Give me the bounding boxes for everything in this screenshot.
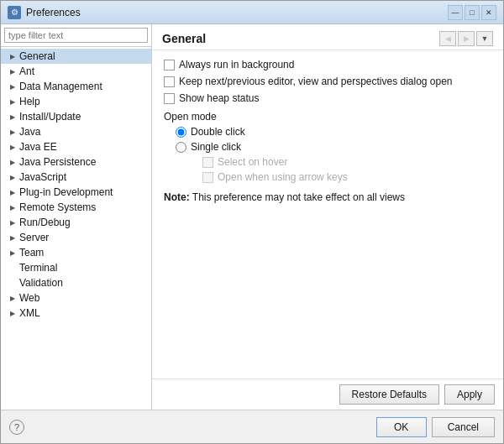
sidebar-item-terminal[interactable]: Terminal bbox=[1, 260, 151, 275]
double-click-radio[interactable] bbox=[176, 127, 186, 138]
sidebar-item-team[interactable]: ▶ Team bbox=[1, 245, 151, 260]
cancel-button[interactable]: Cancel bbox=[432, 417, 495, 437]
sidebar-item-label: Team bbox=[19, 247, 44, 259]
sidebar-item-label: General bbox=[19, 50, 55, 62]
titlebar-left: ⚙ Preferences bbox=[8, 6, 81, 19]
double-click-label[interactable]: Double click bbox=[176, 126, 491, 138]
content-area: ▶ General ▶ Ant ▶ Data Management ▶ Help… bbox=[1, 24, 503, 410]
forward-button[interactable]: ▶ bbox=[458, 31, 475, 46]
sidebar-item-general[interactable]: ▶ General bbox=[1, 49, 151, 64]
sidebar-item-remote-systems[interactable]: ▶ Remote Systems bbox=[1, 200, 151, 215]
always-run-label[interactable]: Always run in background bbox=[164, 59, 294, 71]
open-arrow-checkbox[interactable] bbox=[202, 172, 213, 183]
open-mode-group: Double click Single click Select on hove… bbox=[176, 126, 491, 183]
titlebar: ⚙ Preferences — □ ✕ bbox=[1, 1, 503, 24]
tree-list: ▶ General ▶ Ant ▶ Data Management ▶ Help… bbox=[1, 47, 151, 410]
select-hover-text: Select on hover bbox=[218, 156, 287, 168]
sidebar-item-java-persistence[interactable]: ▶ Java Persistence bbox=[1, 154, 151, 170]
select-hover-row: Select on hover bbox=[202, 156, 491, 168]
apply-button[interactable]: Apply bbox=[444, 384, 495, 405]
single-click-text: Single click bbox=[191, 141, 241, 153]
sidebar-item-ant[interactable]: ▶ Ant bbox=[1, 64, 151, 79]
sidebar-item-label: Web bbox=[19, 292, 39, 304]
titlebar-controls: — □ ✕ bbox=[448, 5, 496, 20]
sidebar-item-javascript[interactable]: ▶ JavaScript bbox=[1, 170, 151, 185]
sidebar-item-label: Java bbox=[19, 126, 40, 138]
maximize-button[interactable]: □ bbox=[465, 5, 480, 20]
sidebar-item-label: Run/Debug bbox=[19, 217, 71, 228]
sidebar-item-label: XML bbox=[19, 307, 40, 319]
single-click-label[interactable]: Single click bbox=[176, 141, 491, 153]
show-heap-label[interactable]: Show heap status bbox=[164, 92, 259, 104]
tree-arrow-icon: ▶ bbox=[8, 172, 18, 182]
sidebar-item-label: JavaScript bbox=[19, 171, 66, 183]
sidebar-item-label: Java EE bbox=[19, 141, 57, 153]
open-mode-label: Open mode bbox=[164, 111, 491, 123]
single-click-radio[interactable] bbox=[176, 142, 186, 153]
filter-input[interactable] bbox=[4, 28, 148, 43]
sidebar-item-label: Remote Systems bbox=[19, 201, 96, 213]
tree-arrow-icon: ▶ bbox=[8, 51, 18, 61]
tree-arrow-icon: ▶ bbox=[8, 142, 18, 152]
show-heap-checkbox[interactable] bbox=[164, 93, 175, 104]
panel-footer: Restore Defaults Apply bbox=[152, 379, 503, 410]
sidebar-item-label: Terminal bbox=[19, 262, 57, 274]
tree-arrow-icon: ▶ bbox=[8, 293, 18, 303]
window-icon: ⚙ bbox=[8, 6, 21, 19]
sidebar-item-server[interactable]: ▶ Server bbox=[1, 230, 151, 245]
tree-arrow-icon: ▶ bbox=[8, 66, 18, 76]
tree-arrow-icon bbox=[8, 263, 18, 273]
sub-options: Select on hover Open when using arrow ke… bbox=[202, 156, 491, 183]
sidebar-item-help[interactable]: ▶ Help bbox=[1, 94, 151, 109]
ok-button[interactable]: OK bbox=[376, 417, 427, 437]
show-heap-text: Show heap status bbox=[179, 92, 259, 104]
tree-arrow-icon: ▶ bbox=[8, 308, 18, 318]
sidebar-item-validation[interactable]: Validation bbox=[1, 275, 151, 290]
note-text: Note: This preference may not take effec… bbox=[164, 191, 491, 203]
filter-box bbox=[1, 24, 151, 47]
show-heap-row: Show heap status bbox=[164, 92, 491, 104]
sidebar-item-java[interactable]: ▶ Java bbox=[1, 124, 151, 139]
select-hover-checkbox[interactable] bbox=[202, 157, 213, 168]
keep-editor-text: Keep next/previous editor, view and pers… bbox=[179, 76, 453, 87]
sidebar-item-java-ee[interactable]: ▶ Java EE bbox=[1, 139, 151, 154]
always-run-text: Always run in background bbox=[179, 59, 294, 71]
tree-arrow-icon: ▶ bbox=[8, 81, 18, 91]
sidebar-item-rundebug[interactable]: ▶ Run/Debug bbox=[1, 215, 151, 230]
always-run-row: Always run in background bbox=[164, 59, 491, 71]
always-run-checkbox[interactable] bbox=[164, 60, 175, 71]
sidebar: ▶ General ▶ Ant ▶ Data Management ▶ Help… bbox=[1, 24, 152, 410]
keep-editor-checkbox[interactable] bbox=[164, 76, 175, 87]
sidebar-item-label: Help bbox=[19, 96, 40, 107]
sidebar-item-plug-in-development[interactable]: ▶ Plug-in Development bbox=[1, 185, 151, 200]
tree-arrow-icon bbox=[8, 278, 18, 288]
open-arrow-text: Open when using arrow keys bbox=[218, 171, 348, 183]
preferences-window: ⚙ Preferences — □ ✕ ▶ General ▶ Ant ▶ Da… bbox=[0, 0, 504, 444]
tree-arrow-icon: ▶ bbox=[8, 217, 18, 227]
help-icon[interactable]: ? bbox=[9, 420, 24, 435]
tree-arrow-icon: ▶ bbox=[8, 97, 18, 107]
back-button[interactable]: ◀ bbox=[439, 31, 456, 46]
panel-title: General bbox=[162, 32, 206, 45]
sidebar-item-xml[interactable]: ▶ XML bbox=[1, 306, 151, 321]
close-button[interactable]: ✕ bbox=[481, 5, 496, 20]
sidebar-item-data-management[interactable]: ▶ Data Management bbox=[1, 79, 151, 94]
sidebar-item-installupdate[interactable]: ▶ Install/Update bbox=[1, 109, 151, 124]
restore-defaults-button[interactable]: Restore Defaults bbox=[339, 384, 439, 405]
tree-arrow-icon: ▶ bbox=[8, 157, 18, 167]
double-click-text: Double click bbox=[191, 126, 245, 138]
keep-editor-label[interactable]: Keep next/previous editor, view and pers… bbox=[164, 76, 453, 87]
window-title: Preferences bbox=[26, 7, 81, 18]
tree-arrow-icon: ▶ bbox=[8, 127, 18, 137]
sidebar-item-label: Java Persistence bbox=[19, 156, 96, 168]
dropdown-button[interactable]: ▼ bbox=[476, 31, 493, 46]
tree-arrow-icon: ▶ bbox=[8, 202, 18, 212]
sidebar-item-label: Install/Update bbox=[19, 111, 81, 123]
minimize-button[interactable]: — bbox=[448, 5, 463, 20]
bottom-bar: ? OK Cancel bbox=[1, 410, 503, 443]
tree-arrow-icon: ▶ bbox=[8, 187, 18, 197]
tree-arrow-icon: ▶ bbox=[8, 232, 18, 243]
sidebar-item-label: Data Management bbox=[19, 81, 102, 92]
sidebar-item-web[interactable]: ▶ Web bbox=[1, 290, 151, 306]
panel-header: General ◀ ▶ ▼ bbox=[152, 24, 503, 50]
